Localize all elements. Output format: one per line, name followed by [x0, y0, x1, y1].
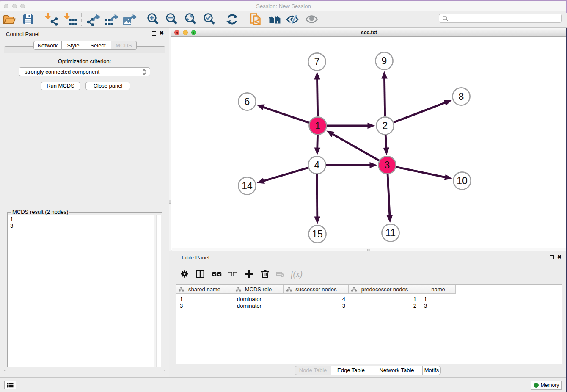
svg-text:1: 1	[315, 120, 321, 131]
svg-text:14: 14	[242, 180, 253, 191]
svg-text:11: 11	[385, 227, 396, 238]
svg-text:4: 4	[314, 160, 320, 171]
svg-text:6: 6	[245, 96, 250, 107]
svg-text:8: 8	[459, 91, 464, 102]
svg-text:3: 3	[385, 160, 390, 171]
svg-text:7: 7	[314, 56, 320, 67]
svg-text:15: 15	[312, 229, 323, 240]
svg-text:9: 9	[382, 55, 387, 66]
svg-text:2: 2	[383, 120, 388, 131]
svg-text:10: 10	[457, 175, 468, 186]
